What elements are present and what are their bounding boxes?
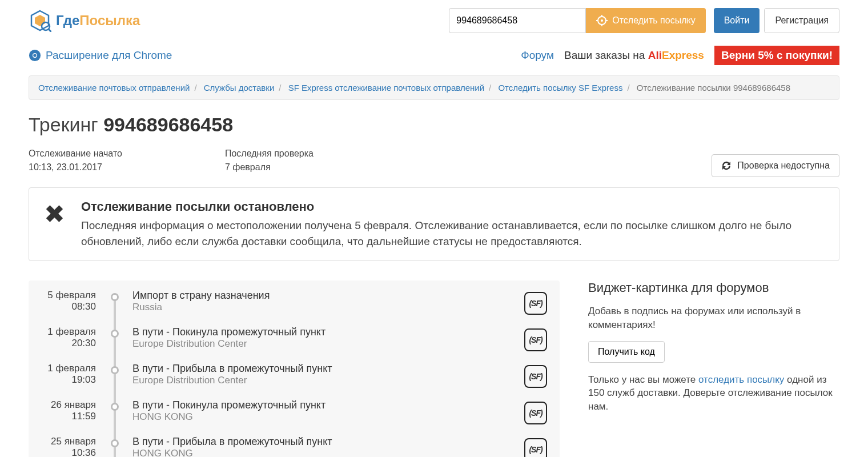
target-icon: [596, 15, 608, 26]
tracking-started-label: Отслеживание начато: [29, 149, 122, 159]
svg-point-12: [33, 54, 37, 57]
breadcrumb-link[interactable]: Отслеживание почтовых отправлений: [38, 83, 190, 93]
check-button-label: Проверка недоступна: [737, 161, 830, 171]
event-title: В пути - Покинула промежуточный пункт: [132, 399, 522, 411]
event-location: HONG KONG: [132, 448, 522, 457]
breadcrumb-link[interactable]: Службы доставки: [204, 83, 275, 93]
track-button[interactable]: Отследить посылку: [586, 8, 705, 33]
tracking-number: 994689686458: [103, 114, 233, 135]
logo-text-1: Где: [56, 13, 79, 28]
event-location: Russia: [132, 302, 522, 313]
sf-express-icon: (SF): [524, 328, 547, 351]
alert-body: Последняя информация о местоположении по…: [81, 218, 824, 249]
timeline-item: 25 января10:36 В пути - Прибыла в промеж…: [29, 430, 549, 457]
event-date: 1 февраля19:03: [29, 363, 110, 388]
ali-label: Ваши заказы на: [564, 49, 648, 61]
timeline-dot-icon: [111, 439, 119, 447]
event-title: Импорт в страну назначения: [132, 290, 522, 302]
breadcrumb-current: Отслеживание посылки 994689686458: [637, 83, 790, 93]
logo[interactable]: ГдеПосылка: [29, 9, 140, 32]
event-location: Europe Distribution Center: [132, 338, 522, 350]
get-code-button[interactable]: Получить код: [588, 341, 665, 363]
timeline-dot-icon: [111, 366, 119, 374]
close-icon: ✖: [44, 202, 65, 249]
widget-footer: Только у нас вы можете отследить посылку…: [588, 373, 839, 414]
sf-express-icon: (SF): [524, 365, 547, 388]
tracking-started-value: 10:13, 23.01.2017: [29, 162, 122, 173]
aliexpress-link[interactable]: Ваши заказы на AliExpress: [564, 49, 704, 62]
track-package-link[interactable]: отследить посылку: [698, 374, 784, 385]
svg-line-3: [49, 29, 51, 31]
timeline-item: 26 января11:59 В пути - Покинула промежу…: [29, 394, 549, 430]
timeline-item: 1 февраля20:30 В пути - Покинула промежу…: [29, 320, 549, 357]
chrome-extension-link[interactable]: Расширение для Chrome: [29, 49, 172, 62]
widget-desc: Добавь в подпись на форумах или использу…: [588, 304, 839, 332]
track-button-label: Отследить посылку: [612, 15, 695, 26]
logo-text-2: Посылка: [79, 13, 140, 28]
chrome-extension-label: Расширение для Chrome: [46, 49, 172, 62]
timeline-dot-icon: [111, 293, 119, 301]
event-date: 5 февраля08:30: [29, 290, 110, 315]
sf-express-icon: (SF): [524, 402, 547, 424]
event-title: В пути - Покинула промежуточный пункт: [132, 326, 522, 338]
ali-brand-2: Express: [662, 49, 704, 61]
tracking-input[interactable]: [449, 8, 586, 33]
event-location: Europe Distribution Center: [132, 375, 522, 386]
logo-icon: [29, 9, 51, 32]
event-title: В пути - Прибыла в промежуточный пункт: [132, 363, 522, 375]
ali-brand-1: Ali: [648, 49, 662, 61]
chrome-icon: [29, 49, 41, 62]
timeline-item: 1 февраля19:03 В пути - Прибыла в промеж…: [29, 357, 549, 394]
widget-title: Виджет-картинка для форумов: [588, 280, 839, 295]
sf-express-icon: (SF): [524, 292, 547, 315]
refresh-icon: [721, 161, 732, 171]
event-title: В пути - Прибыла в промежуточный пункт: [132, 436, 522, 448]
last-check-value: 7 февраля: [225, 162, 314, 173]
timeline-item: 5 февраля08:30 Импорт в страну назначени…: [29, 284, 549, 320]
title-prefix: Трекинг: [29, 114, 103, 135]
page-title: Трекинг 994689686458: [29, 114, 839, 136]
last-check-label: Последняя проверка: [225, 149, 314, 159]
breadcrumb-link[interactable]: Отследить посылку SF Express: [498, 83, 622, 93]
login-button[interactable]: Войти: [714, 8, 760, 33]
alert-title: Отслеживание посылки остановлено: [81, 199, 824, 214]
svg-point-5: [601, 19, 603, 22]
breadcrumb: Отслеживание почтовых отправлений/ Служб…: [29, 75, 839, 100]
tracking-stopped-alert: ✖ Отслеживание посылки остановлено После…: [29, 187, 839, 261]
forum-link[interactable]: Форум: [521, 49, 554, 62]
tracking-timeline: 5 февраля08:30 Импорт в страну назначени…: [29, 280, 560, 457]
event-date: 25 января10:36: [29, 436, 110, 457]
register-button[interactable]: Регистрация: [764, 8, 839, 33]
event-date: 26 января11:59: [29, 399, 110, 424]
event-date: 1 февраля20:30: [29, 326, 110, 351]
sf-express-icon: (SF): [524, 438, 547, 457]
timeline-dot-icon: [111, 330, 119, 338]
timeline-dot-icon: [111, 403, 119, 411]
check-unavailable-button[interactable]: Проверка недоступна: [712, 154, 839, 177]
breadcrumb-link[interactable]: SF Express отслеживание почтовых отправл…: [288, 83, 484, 93]
svg-marker-1: [35, 15, 45, 26]
event-location: HONG KONG: [132, 411, 522, 423]
cashback-button[interactable]: Верни 5% с покупки!: [714, 46, 839, 65]
